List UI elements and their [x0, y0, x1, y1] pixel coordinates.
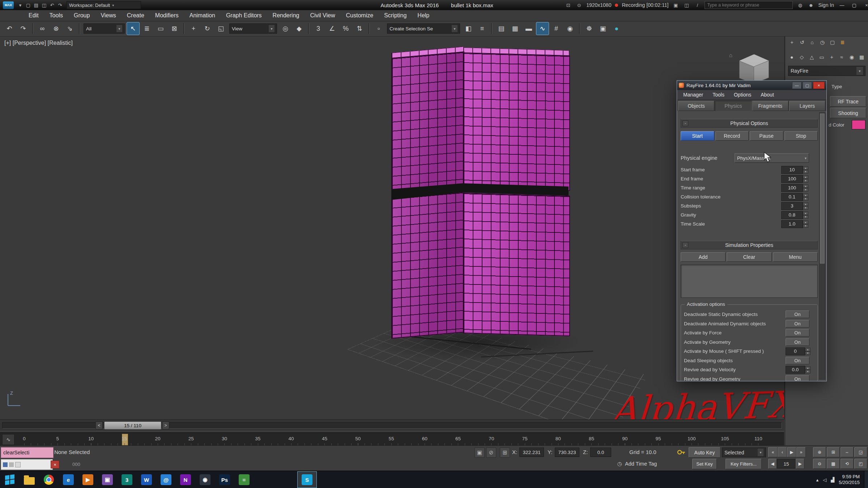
geometry-icon[interactable]: ●: [787, 52, 796, 61]
menu-item[interactable]: Civil View: [305, 10, 340, 21]
network-icon[interactable]: ▟: [831, 477, 834, 483]
select-by-name-icon[interactable]: ≣: [140, 22, 153, 35]
time-slider[interactable]: < 15 / 110 >: [0, 419, 784, 431]
named-selection-sets-dropdown[interactable]: Create Selection Se ▾: [387, 23, 460, 34]
previous-frame-button[interactable]: ‹: [778, 447, 787, 457]
spinner-up-icon[interactable]: [805, 348, 810, 351]
maximize-button[interactable]: ▢: [850, 1, 859, 9]
monitor-icon[interactable]: ⊡: [565, 1, 572, 9]
internet-explorer[interactable]: e: [59, 471, 78, 488]
play-button[interactable]: ▶: [787, 447, 796, 457]
sim-button[interactable]: Stop: [784, 131, 818, 141]
perspective-viewport[interactable]: [+] [Perspective] [Realistic] ⌂ Z AlphaV…: [0, 36, 785, 419]
new-scene-icon[interactable]: ▢: [25, 1, 32, 9]
key-mode-dropdown[interactable]: Selected ▾: [722, 448, 766, 457]
lights-icon[interactable]: △: [807, 52, 816, 61]
close-button[interactable]: ×: [813, 82, 825, 89]
spinner-up-icon[interactable]: [805, 366, 810, 370]
zoom-extents-icon[interactable]: ⊖: [813, 459, 826, 469]
on-toggle-button[interactable]: On: [786, 320, 809, 328]
menu-item[interactable]: Modifiers: [150, 10, 184, 21]
snap-toggle-icon[interactable]: 3: [312, 22, 325, 35]
spinner-up-icon[interactable]: [803, 211, 808, 215]
calculator[interactable]: =: [234, 471, 254, 488]
material-editor-icon[interactable]: ◉: [563, 22, 576, 35]
color-swatch[interactable]: [852, 120, 865, 129]
toggle-scene-explorer-icon[interactable]: ▤: [495, 22, 508, 35]
parameter-value-field[interactable]: 10: [781, 166, 803, 174]
parameter-value-field[interactable]: 100: [781, 184, 803, 192]
camera-icon[interactable]: ▣: [672, 1, 679, 9]
shooting-button[interactable]: Shooting: [830, 108, 866, 118]
select-and-scale-icon[interactable]: ◱: [214, 22, 227, 35]
rayfire-tab[interactable]: Fragments: [752, 101, 788, 111]
spinner-down-icon[interactable]: [803, 188, 808, 192]
3ds-max[interactable]: 3: [117, 471, 137, 488]
rayfire-menu-item[interactable]: Tools: [708, 90, 729, 99]
max-logo[interactable]: MAX: [3, 1, 14, 9]
sim-button[interactable]: Start: [681, 131, 714, 141]
spinner-down-icon[interactable]: [803, 197, 808, 201]
menu-item[interactable]: Tools: [44, 10, 68, 21]
cameras-icon[interactable]: ▭: [817, 52, 826, 61]
dialog-scrollbar[interactable]: [819, 112, 825, 380]
percent-snap-icon[interactable]: %: [339, 22, 352, 35]
z-coordinate-field[interactable]: 0.0: [590, 448, 611, 457]
rayfire-tab[interactable]: Objects: [678, 101, 714, 111]
zoom-icon[interactable]: ⊕: [813, 447, 826, 457]
properties-button[interactable]: Menu: [773, 252, 818, 262]
on-toggle-button[interactable]: On: [786, 311, 809, 318]
home-icon[interactable]: ⌂: [729, 52, 732, 58]
use-pivot-center-icon[interactable]: ◎: [279, 22, 292, 35]
steam[interactable]: ◉: [195, 471, 215, 488]
window-crossing-icon[interactable]: ⊠: [168, 22, 181, 35]
chrome[interactable]: [39, 471, 59, 488]
current-frame-field[interactable]: 15: [777, 459, 796, 468]
photoshop[interactable]: Ps: [215, 471, 234, 488]
systems-icon[interactable]: ◉: [847, 52, 856, 61]
isolate-selection-icon[interactable]: ▣: [475, 448, 485, 458]
minimize-button[interactable]: —: [792, 82, 801, 89]
menu-item[interactable]: Views: [95, 10, 121, 21]
spinner-snap-icon[interactable]: ⇅: [353, 22, 366, 35]
spinner-up-icon[interactable]: [803, 221, 808, 224]
spinner-down-icon[interactable]: [805, 351, 810, 355]
on-toggle-button[interactable]: On: [786, 329, 809, 337]
sim-button[interactable]: Record: [715, 131, 749, 141]
set-key-button[interactable]: Set Key: [692, 459, 717, 469]
time-slider-handle[interactable]: 15 / 110: [104, 421, 161, 429]
previous-key-button[interactable]: ◀: [768, 459, 777, 469]
spinner-down-icon[interactable]: [803, 206, 808, 210]
parameter-value-field[interactable]: 0.8: [781, 211, 803, 219]
menu-item[interactable]: Graph Editors: [221, 10, 267, 21]
film-icon[interactable]: ◫: [683, 1, 690, 9]
rendered-frame-window-icon[interactable]: ▣: [596, 22, 609, 35]
rayfire-menu-item[interactable]: Manager: [678, 90, 708, 99]
next-frame-button[interactable]: >: [162, 421, 169, 429]
pan-icon[interactable]: ⇔: [841, 447, 854, 457]
shapes-icon[interactable]: ◇: [797, 52, 807, 61]
collapse-icon[interactable]: -: [682, 120, 688, 126]
align-icon[interactable]: ≡: [476, 22, 489, 35]
scrollbar-thumb[interactable]: [820, 114, 825, 264]
menu-item[interactable]: Customize: [341, 10, 379, 21]
helpers-icon[interactable]: +: [827, 52, 837, 61]
parameter-value-field[interactable]: 0.1: [781, 193, 803, 201]
space-warps-icon[interactable]: ≈: [837, 52, 846, 61]
add-time-tag[interactable]: Add Time Tag: [625, 459, 657, 469]
selection-region-icon[interactable]: ▭: [154, 22, 167, 35]
menu-item[interactable]: Group: [68, 10, 95, 21]
maxscript-mini-listener[interactable]: [1, 459, 53, 470]
render-setup-icon[interactable]: ☸: [583, 22, 596, 35]
track-bar[interactable]: ∿ 0 5 10 15 20 25 30 35 40 45: [0, 432, 784, 446]
spinner-down-icon[interactable]: [805, 370, 810, 373]
more-icon[interactable]: ▦: [857, 52, 866, 61]
select-and-link-icon[interactable]: ∞: [36, 22, 49, 35]
select-object-icon[interactable]: ↖: [127, 22, 140, 35]
menu-item[interactable]: Help: [412, 10, 435, 21]
zoom-region-icon[interactable]: ◲: [854, 447, 867, 457]
key-filters-button[interactable]: Key Filters...: [726, 459, 762, 469]
select-and-rotate-icon[interactable]: ↻: [201, 22, 214, 35]
render-production-icon[interactable]: ●: [610, 22, 623, 35]
tray-clock[interactable]: 9:59 PM 5/20/2015: [839, 474, 860, 485]
